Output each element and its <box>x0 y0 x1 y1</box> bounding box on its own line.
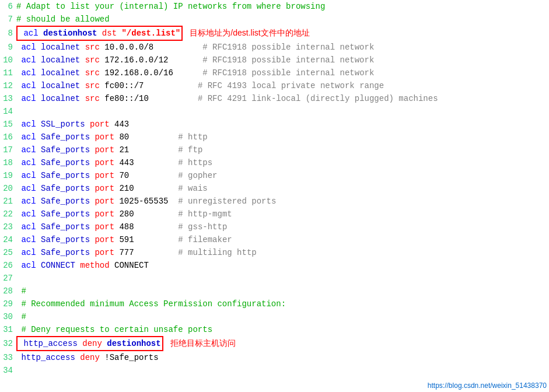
table-row: 28 # <box>0 285 549 298</box>
line-number: 26 <box>0 259 16 272</box>
line-number: 34 <box>0 364 16 377</box>
line-content: acl Safe_ports port 488 # gss-http <box>16 220 227 233</box>
line-number: 12 <box>0 79 16 92</box>
table-row: 25 acl Safe_ports port 777 # multiling h… <box>0 246 549 259</box>
line-content: acl Safe_ports port 280 # http-mgmt <box>16 208 232 220</box>
line-number: 14 <box>0 105 16 118</box>
line-number: 16 <box>0 131 16 144</box>
line-number: 13 <box>0 92 16 105</box>
line-number: 24 <box>0 233 16 246</box>
highlighted-http-access-line: http_access deny destionhost <box>16 336 163 351</box>
table-row: 23 acl Safe_ports port 488 # gss-http <box>0 220 549 233</box>
line-content: acl Safe_ports port 777 # multiling http <box>16 246 257 259</box>
line-content: http_access deny !Safe_ports <box>16 351 159 364</box>
table-row: 31 # Deny requests to certain unsafe por… <box>0 323 549 336</box>
table-row: 14 <box>0 105 549 118</box>
code-container: 6# Adapt to list your (internal) IP netw… <box>0 0 549 392</box>
line-number: 20 <box>0 182 16 195</box>
line-number: 23 <box>0 220 16 233</box>
line-number: 21 <box>0 195 16 208</box>
table-row: 21 acl Safe_ports port 1025-65535 # unre… <box>0 195 549 208</box>
line-content: # Recommended minimum Access Permission … <box>16 298 286 310</box>
highlighted-acl-line: acl destionhost dst "/dest.list" <box>16 26 183 41</box>
table-row: 24 acl Safe_ports port 591 # filemaker <box>0 233 549 246</box>
table-row: 16 acl Safe_ports port 80 # http <box>0 131 549 144</box>
line-number: 27 <box>0 272 16 285</box>
line-number: 11 <box>0 66 16 79</box>
line-number: 10 <box>0 54 16 66</box>
line-content: acl SSL_ports port 443 <box>16 118 129 131</box>
line-content: acl localnet src fc00::/7 # RFC 4193 loc… <box>16 79 384 92</box>
line-number: 28 <box>0 285 16 298</box>
table-row: 8 acl destionhost dst "/dest.list"目标地址为/… <box>0 26 549 41</box>
line-number: 22 <box>0 208 16 220</box>
table-row: 15 acl SSL_ports port 443 <box>0 118 549 131</box>
table-row: 30 # <box>0 310 549 323</box>
line-number: 15 <box>0 118 16 131</box>
line-number: 18 <box>0 156 16 169</box>
table-row: 26 acl CONNECT method CONNECT <box>0 259 549 272</box>
table-row: 32 http_access deny destionhost拒绝目标主机访问 <box>0 336 549 351</box>
line-number: 33 <box>0 351 16 364</box>
footer-url: https://blog.csdn.net/weixin_51438370 <box>428 382 547 390</box>
line-content: acl localnet src 192.168.0.0/16 # RFC191… <box>16 66 374 79</box>
table-row: 6# Adapt to list your (internal) IP netw… <box>0 0 549 13</box>
table-row: 29 # Recommended minimum Access Permissi… <box>0 298 549 310</box>
line-content: acl Safe_ports port 21 # ftp <box>16 144 202 156</box>
line8-annotation: 目标地址为/dest.list文件中的地址 <box>190 26 309 39</box>
line-number: 32 <box>0 337 16 350</box>
line32-annotation: 拒绝目标主机访问 <box>170 337 236 349</box>
table-row: 9 acl localnet src 10.0.0.0/8 # RFC1918 … <box>0 41 549 54</box>
line-content: acl localnet src 172.16.0.0/12 # RFC1918… <box>16 54 374 66</box>
line-number: 29 <box>0 298 16 310</box>
table-row: 12 acl localnet src fc00::/7 # RFC 4193 … <box>0 79 549 92</box>
line-content: # Adapt to list your (internal) IP netwo… <box>16 0 325 13</box>
line-number: 25 <box>0 246 16 259</box>
line-number: 8 <box>0 27 16 40</box>
table-row: 7# should be allowed <box>0 13 549 26</box>
line-number: 7 <box>0 13 16 26</box>
line-content: # should be allowed <box>16 13 110 26</box>
table-row: 18 acl Safe_ports port 443 # https <box>0 156 549 169</box>
table-row: 11 acl localnet src 192.168.0.0/16 # RFC… <box>0 66 549 79</box>
table-row: 13 acl localnet src fe80::/10 # RFC 4291… <box>0 92 549 105</box>
line-content: acl localnet src fe80::/10 # RFC 4291 li… <box>16 92 438 105</box>
table-row: 10 acl localnet src 172.16.0.0/12 # RFC1… <box>0 54 549 66</box>
line-number: 19 <box>0 169 16 182</box>
table-row: 22 acl Safe_ports port 280 # http-mgmt <box>0 208 549 220</box>
table-row: 20 acl Safe_ports port 210 # wais <box>0 182 549 195</box>
line-number: 6 <box>0 0 16 13</box>
line-content: acl Safe_ports port 443 # https <box>16 156 212 169</box>
table-row: 33 http_access deny !Safe_ports <box>0 351 549 364</box>
line-content: acl CONNECT method CONNECT <box>16 259 149 272</box>
line-content: acl Safe_ports port 1025-65535 # unregis… <box>16 195 276 208</box>
table-row: 17 acl Safe_ports port 21 # ftp <box>0 144 549 156</box>
line-number: 9 <box>0 41 16 54</box>
line-content: acl localnet src 10.0.0.0/8 # RFC1918 po… <box>16 41 374 54</box>
line-number: 30 <box>0 310 16 323</box>
line-content: acl Safe_ports port 591 # filemaker <box>16 233 232 246</box>
line-content: # Deny requests to certain unsafe ports <box>16 323 212 336</box>
line-content: # <box>16 285 26 298</box>
line-number: 17 <box>0 144 16 156</box>
line-content: acl Safe_ports port 210 # wais <box>16 182 208 195</box>
line-content: # <box>16 310 26 323</box>
line-content: acl Safe_ports port 80 # http <box>16 131 208 144</box>
line-content: acl Safe_ports port 70 # gopher <box>16 169 218 182</box>
table-row: 19 acl Safe_ports port 70 # gopher <box>0 169 549 182</box>
table-row: 27 <box>0 272 549 285</box>
line-number: 31 <box>0 323 16 336</box>
table-row: 34 <box>0 364 549 377</box>
